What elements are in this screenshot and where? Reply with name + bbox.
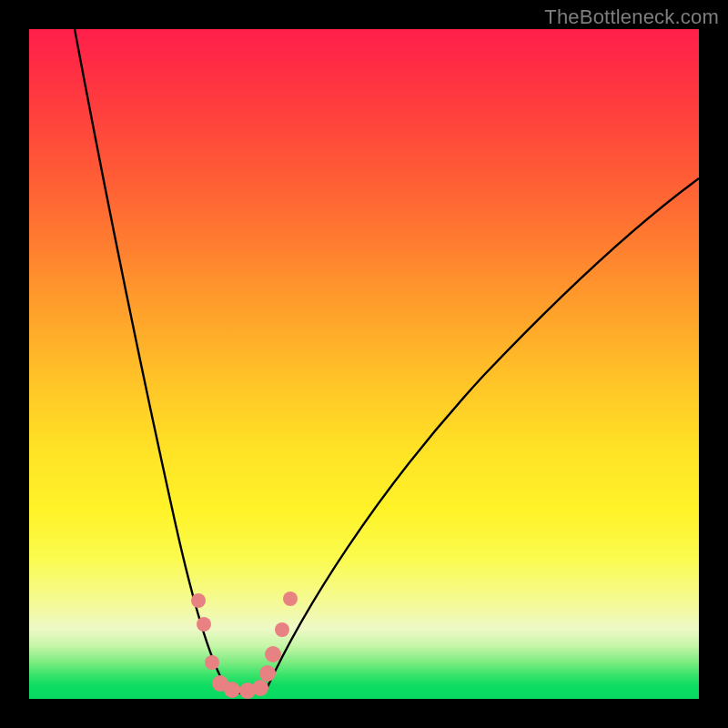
marker-dot: [224, 682, 240, 698]
marker-dot: [252, 680, 268, 696]
marker-dot: [197, 617, 211, 632]
marker-dot: [265, 646, 281, 662]
outer-frame: TheBottleneck.com: [0, 0, 728, 728]
marker-dot: [283, 592, 298, 606]
marker-dot: [275, 622, 289, 637]
left-curve: [75, 29, 228, 691]
marker-dot: [191, 593, 206, 608]
watermark-text: TheBottleneck.com: [544, 5, 719, 29]
plot-area: [29, 29, 699, 699]
marker-dot: [259, 665, 276, 682]
curve-layer: [29, 29, 699, 699]
right-curve: [266, 178, 699, 691]
marker-dot: [205, 655, 219, 670]
